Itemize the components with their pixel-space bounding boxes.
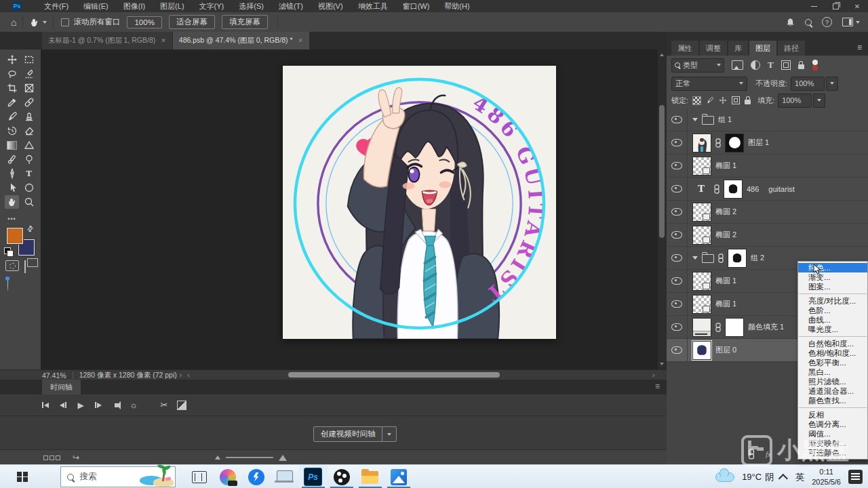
- scroll-down-icon[interactable]: [660, 363, 664, 365]
- menu-help[interactable]: 帮助(H): [437, 0, 477, 12]
- opacity-field[interactable]: 100%: [791, 77, 825, 91]
- menu-item-hue-saturation[interactable]: 色相/饱和度...: [798, 348, 867, 358]
- start-button[interactable]: [17, 472, 28, 483]
- help-icon[interactable]: ?: [822, 17, 832, 27]
- menu-type[interactable]: 文字(Y): [192, 0, 232, 12]
- lock-all-icon[interactable]: [745, 96, 751, 104]
- visibility-toggle[interactable]: [667, 131, 688, 154]
- tab-paths[interactable]: 路径: [778, 41, 805, 56]
- photos-app-button[interactable]: [384, 465, 413, 488]
- mixer-brush-tool[interactable]: [5, 152, 19, 166]
- hand-tool[interactable]: [5, 195, 19, 209]
- shape-layer-thumbnail[interactable]: [692, 157, 711, 176]
- lock-artboard-icon[interactable]: [732, 96, 740, 104]
- menu-window[interactable]: 窗口(W): [395, 0, 437, 12]
- previous-frame-button[interactable]: [54, 402, 72, 408]
- timeline-settings-icon[interactable]: ☼: [125, 400, 142, 410]
- status-expand-icon[interactable]: ›: [652, 371, 654, 379]
- zoom-tool[interactable]: [22, 195, 36, 209]
- filter-type-dropdown[interactable]: 类型: [671, 58, 724, 73]
- text-layer-icon[interactable]: T: [692, 183, 710, 195]
- tab-properties[interactable]: 属性: [671, 41, 698, 56]
- clone-stamp-tool[interactable]: [22, 110, 36, 123]
- copilot-app-button[interactable]: [214, 465, 242, 488]
- render-export-icon[interactable]: ↪: [73, 453, 79, 462]
- close-icon[interactable]: ✕: [161, 37, 166, 44]
- menu-plugins[interactable]: 增效工具: [351, 0, 395, 12]
- file-explorer-button[interactable]: [356, 465, 384, 488]
- doc-tab-untitled[interactable]: 未标题-1 @ 0.7% (图层 1, RGB/8) ✕: [42, 32, 172, 49]
- photoshop-app-button[interactable]: Ps: [299, 465, 328, 488]
- menu-item-photo-filter[interactable]: 照片滤镜...: [798, 377, 867, 386]
- type-tool[interactable]: T: [22, 167, 36, 180]
- chevron-down-icon[interactable]: [692, 256, 698, 260]
- link-layers-icon[interactable]: [748, 449, 755, 460]
- sync-share-icon[interactable]: [7, 278, 8, 291]
- doc-tab-486psb[interactable]: 486.psb @ 47.4% (图层 0, RGB/8) * ✕: [173, 32, 309, 49]
- menu-item-gradient[interactable]: 渐变...: [798, 272, 867, 282]
- next-frame-button[interactable]: [90, 402, 107, 408]
- visibility-toggle[interactable]: [667, 155, 688, 177]
- transition-icon[interactable]: [173, 401, 191, 410]
- gradient-tool[interactable]: [5, 138, 19, 152]
- menu-item-black-white[interactable]: 黑白...: [798, 367, 867, 377]
- menu-file[interactable]: 文件(F): [37, 0, 76, 12]
- menu-item-invert[interactable]: 反相: [798, 410, 867, 420]
- home-icon[interactable]: ⌂: [11, 17, 16, 28]
- swap-colors-icon[interactable]: ⇄: [25, 224, 36, 235]
- panel-menu-icon[interactable]: ≡: [655, 382, 660, 391]
- shape-layer-thumbnail[interactable]: [692, 226, 711, 245]
- layer-row-layer1[interactable]: 图层 1: [667, 131, 868, 155]
- fill-screen-button[interactable]: 填充屏幕: [222, 15, 268, 29]
- menu-edit[interactable]: 编辑(E): [76, 0, 116, 12]
- layer-thumbnail[interactable]: [692, 341, 711, 360]
- fill-dropdown[interactable]: [813, 94, 825, 108]
- menu-filter[interactable]: 滤镜(T): [271, 0, 311, 12]
- zoom-100-button[interactable]: 100%: [127, 16, 161, 28]
- ellipse-tool[interactable]: [22, 181, 36, 195]
- menu-item-channel-mixer[interactable]: 通道混合器...: [798, 386, 867, 396]
- audio-icon[interactable]: [107, 403, 125, 407]
- filter-smart-objects-icon[interactable]: [798, 61, 804, 69]
- workspace-switcher[interactable]: [842, 18, 860, 26]
- close-icon[interactable]: ✕: [298, 37, 303, 44]
- input-language-indicator[interactable]: 英: [795, 471, 804, 483]
- layer-thumbnail[interactable]: [692, 134, 711, 152]
- canvas-vertical-scrollbar[interactable]: [658, 49, 667, 369]
- visibility-toggle[interactable]: [667, 293, 688, 315]
- minimize-button[interactable]: [803, 0, 825, 12]
- filter-toggle[interactable]: [812, 60, 818, 70]
- chevron-down-icon[interactable]: [43, 21, 47, 24]
- menu-item-levels[interactable]: 色阶...: [798, 306, 867, 315]
- menu-item-brightness-contrast[interactable]: 亮度/对比度...: [798, 296, 867, 306]
- menu-item-curves[interactable]: 曲线...: [798, 315, 867, 325]
- layer-mask-thumbnail[interactable]: [725, 134, 744, 152]
- menu-item-vibrance[interactable]: 自然饱和度...: [798, 339, 867, 348]
- obs-app-button[interactable]: [328, 465, 356, 488]
- tab-libraries[interactable]: 库: [728, 41, 748, 56]
- menu-item-pattern[interactable]: 图案...: [798, 282, 867, 291]
- group-mask-thumbnail[interactable]: [728, 249, 747, 268]
- menu-select[interactable]: 选择(S): [231, 0, 271, 12]
- fill-field[interactable]: 100%: [778, 94, 812, 108]
- path-selection-tool[interactable]: [5, 181, 19, 195]
- status-chevron-right-icon[interactable]: ›: [180, 371, 182, 379]
- search-icon[interactable]: [805, 19, 812, 26]
- filter-pixel-layers-icon[interactable]: [732, 60, 743, 70]
- history-brush-tool[interactable]: [5, 124, 19, 138]
- scroll-all-windows-checkbox[interactable]: [61, 18, 69, 26]
- timeline-mode-dropdown[interactable]: [382, 426, 397, 442]
- menu-item-gradient-map[interactable]: 渐变映射...: [798, 439, 867, 448]
- zoom-level[interactable]: 47.41%: [42, 371, 66, 380]
- filter-adjustment-layers-icon[interactable]: [751, 60, 760, 70]
- play-button[interactable]: ▶: [72, 401, 90, 410]
- filter-shape-layers-icon[interactable]: [781, 60, 791, 70]
- visibility-toggle[interactable]: [667, 224, 688, 246]
- visibility-toggle[interactable]: [667, 316, 688, 338]
- messenger-app-button[interactable]: [242, 465, 271, 488]
- menu-item-posterize[interactable]: 色调分离...: [798, 420, 867, 429]
- visibility-toggle[interactable]: [667, 247, 688, 269]
- brush-tool[interactable]: [5, 110, 19, 123]
- create-video-timeline-button[interactable]: 创建视频时间轴: [313, 426, 383, 442]
- weather-widget[interactable]: 19°C 阴: [742, 471, 774, 483]
